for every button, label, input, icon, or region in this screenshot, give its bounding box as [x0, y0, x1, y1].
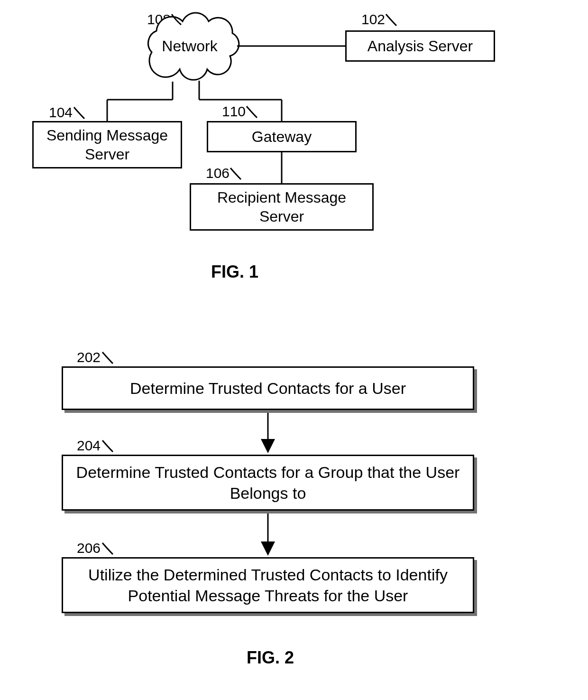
flow-step-206: Utilize the Determined Trusted Contacts … — [62, 557, 474, 613]
flow-step-label: Determine Trusted Contacts for a User — [130, 378, 406, 399]
gateway-box: Gateway — [207, 121, 357, 152]
ref-108: 108 — [147, 11, 171, 28]
flow-step-label: Utilize the Determined Trusted Contacts … — [70, 564, 466, 606]
ref-104: 104 — [49, 104, 73, 121]
ref-102: 102 — [361, 11, 385, 28]
ref-204: 204 — [77, 438, 101, 454]
flow-step-204: Determine Trusted Contacts for a Group t… — [62, 455, 474, 511]
gateway-label: Gateway — [252, 127, 312, 146]
ref-202: 202 — [77, 349, 101, 365]
ref-106: 106 — [206, 165, 230, 181]
network-label-svg: Network — [162, 37, 218, 55]
ref-110: 110 — [222, 103, 246, 120]
page: 108 102 104 110 106 Analysis Server Send… — [0, 0, 588, 700]
fig2-caption: FIG. 2 — [223, 648, 318, 668]
recipient-server-label: Recipient Message Server — [196, 188, 368, 226]
sending-server-label: Sending Message Server — [38, 126, 176, 164]
recipient-server-box: Recipient Message Server — [190, 183, 374, 231]
flow-step-label: Determine Trusted Contacts for a Group t… — [70, 462, 466, 504]
ref-206: 206 — [77, 540, 101, 556]
sending-server-box: Sending Message Server — [32, 121, 182, 168]
fig1-caption: FIG. 1 — [187, 262, 282, 282]
analysis-server-box: Analysis Server — [345, 30, 495, 62]
flow-step-202: Determine Trusted Contacts for a User — [62, 366, 474, 410]
analysis-server-label: Analysis Server — [368, 37, 473, 56]
